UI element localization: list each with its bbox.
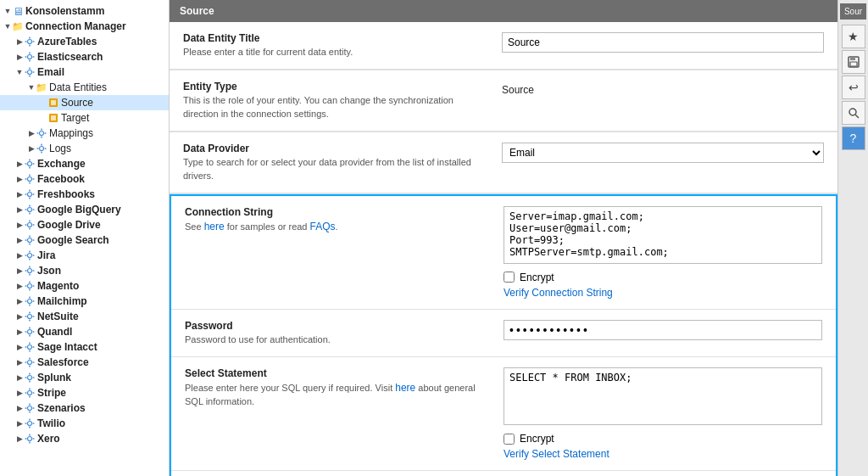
sidebar-item-data-entities[interactable]: ▼📁Data Entities [0, 80, 169, 95]
gear-icon [36, 128, 47, 138]
sidebar-item-salesforce[interactable]: ▶Salesforce [0, 355, 169, 370]
svg-rect-61 [29, 259, 31, 260]
svg-rect-126 [850, 62, 857, 66]
twilio-arrow: ▶ [15, 419, 24, 428]
select-statement-here-link[interactable]: here [395, 382, 415, 394]
mailchimp-arrow: ▶ [15, 297, 24, 305]
sidebar-root[interactable]: ▼ 🖥 Konsolenstamm [0, 3, 169, 19]
connection-string-faqs-link[interactable]: FAQs [310, 221, 336, 232]
salesforce-label: Salesforce [37, 356, 89, 368]
svg-rect-106 [29, 396, 31, 398]
help-button[interactable]: ? [842, 126, 865, 150]
sidebar-item-sage-intacct[interactable]: ▶Sage Intacct [0, 339, 169, 355]
svg-rect-38 [33, 178, 35, 180]
json-arrow: ▶ [15, 266, 24, 275]
svg-rect-58 [33, 239, 35, 241]
sidebar-item-mappings[interactable]: ▶Mappings [0, 126, 169, 141]
sidebar-item-elasticsearch[interactable]: ▶Elasticsearch [0, 49, 169, 64]
stripe-icon [24, 387, 36, 399]
verify-connection-link[interactable]: Verify Connection String [504, 287, 613, 299]
sidebar-item-email[interactable]: ▼Email [0, 64, 169, 80]
sidebar-item-magento[interactable]: ▶Magento [0, 278, 169, 294]
entity-title-label-col: Data Entity Title Please enter a title f… [183, 32, 488, 59]
sidebar-item-source[interactable]: Source [0, 95, 169, 110]
sidebar-item-google-bigquery[interactable]: ▶Google BigQuery [0, 202, 169, 217]
gear-icon [25, 266, 35, 276]
facebook-icon [24, 173, 36, 185]
search-button[interactable] [842, 101, 865, 125]
sidebar-item-exchange[interactable]: ▶Exchange [0, 156, 169, 171]
sidebar-item-stripe[interactable]: ▶Stripe [0, 385, 169, 400]
data-provider-row: Data Provider Type to search for or sele… [183, 143, 824, 182]
svg-rect-111 [29, 412, 31, 413]
sidebar-item-jira[interactable]: ▶Jira [0, 248, 169, 263]
svg-rect-14 [33, 71, 35, 73]
undo-button[interactable]: ↩ [842, 76, 865, 99]
gear-icon [25, 372, 35, 383]
verify-select-link[interactable]: Verify Select Statement [504, 448, 609, 460]
sidebar-item-xero[interactable]: ▶Xero [0, 431, 169, 446]
select-statement-textarea[interactable]: SELECT * FROM INBOX; [504, 367, 822, 425]
svg-rect-43 [33, 193, 35, 195]
data-provider-select[interactable]: Email IMAP SMTP Exchange [502, 143, 824, 163]
svg-rect-70 [29, 282, 31, 283]
entity-title-input-col [502, 32, 824, 53]
entity-title-input[interactable] [502, 32, 824, 53]
svg-rect-63 [33, 255, 35, 256]
svg-rect-100 [29, 373, 31, 375]
sidebar-item-logs[interactable]: ▶Logs [0, 141, 169, 156]
svg-line-128 [855, 115, 859, 118]
sidebar-item-twilio[interactable]: ▶Twilio [0, 416, 169, 431]
main-header: Source [170, 0, 837, 22]
sidebar-item-json[interactable]: ▶Json [0, 263, 169, 278]
svg-rect-67 [25, 270, 27, 272]
password-input[interactable] [504, 320, 822, 340]
svg-rect-48 [33, 209, 35, 210]
sidebar-item-target[interactable]: Target [0, 110, 169, 126]
svg-rect-112 [25, 407, 27, 409]
svg-rect-125 [850, 57, 855, 60]
sidebar-item-mailchimp[interactable]: ▶Mailchimp [0, 294, 169, 309]
gear-icon [25, 220, 35, 230]
svg-rect-85 [29, 328, 31, 329]
sidebar-item-freshbooks[interactable]: ▶Freshbooks [0, 187, 169, 202]
svg-rect-82 [25, 316, 27, 317]
sidebar-item-splunk[interactable]: ▶Splunk [0, 370, 169, 385]
save-button[interactable] [842, 50, 865, 74]
freshbooks-label: Freshbooks [37, 188, 95, 200]
select-encrypt-label: Encrypt [520, 433, 554, 445]
svg-rect-27 [37, 148, 39, 149]
svg-rect-113 [33, 407, 35, 409]
star-button[interactable]: ★ [842, 25, 865, 48]
connection-string-here-link[interactable]: here [204, 221, 225, 232]
sidebar-item-quandl[interactable]: ▶Quandl [0, 324, 169, 339]
svg-rect-122 [25, 438, 27, 440]
sidebar-item-netsuite[interactable]: ▶NetSuite [0, 309, 169, 324]
svg-rect-53 [33, 224, 35, 226]
sidebar-item-facebook[interactable]: ▶Facebook [0, 171, 169, 187]
connection-string-textarea[interactable]: Server=imap.gmail.com; User=user@gmail.c… [504, 206, 822, 264]
sidebar-item-szenarios[interactable]: ▶Szenarios [0, 400, 169, 416]
svg-point-109 [28, 406, 32, 411]
email-icon [24, 66, 36, 78]
xero-label: Xero [37, 433, 60, 445]
encrypt-checkbox[interactable] [504, 272, 515, 283]
source-icon [47, 97, 59, 109]
sidebar-item-connection-manager[interactable]: ▼📁Connection Manager [0, 19, 169, 34]
svg-point-114 [28, 422, 32, 426]
google-drive-arrow: ▶ [15, 221, 24, 229]
sidebar-item-google-search[interactable]: ▶Google Search [0, 232, 169, 248]
entity-type-value-col: Source [502, 81, 824, 99]
gear-icon [25, 204, 35, 215]
sidebar-item-azure-tables[interactable]: ▶AzureTables [0, 34, 169, 49]
select-statement-desc: Please enter here your SQL query if requ… [185, 381, 490, 408]
svg-rect-3 [25, 41, 27, 42]
gear-icon [25, 357, 35, 367]
svg-point-64 [28, 269, 32, 273]
sidebar-item-google-drive[interactable]: ▶Google Drive [0, 217, 169, 232]
target-label: Target [61, 112, 89, 124]
google-search-arrow: ▶ [15, 236, 24, 244]
select-encrypt-checkbox[interactable] [504, 434, 515, 445]
svg-rect-23 [45, 132, 47, 134]
freshbooks-arrow: ▶ [15, 190, 24, 199]
